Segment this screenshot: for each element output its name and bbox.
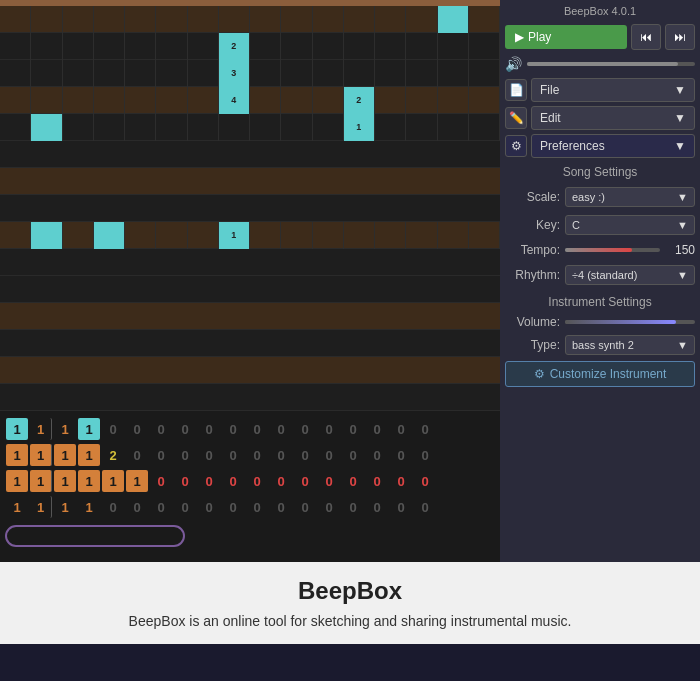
- cell[interactable]: [31, 87, 62, 114]
- cell[interactable]: [219, 6, 250, 33]
- cell[interactable]: [281, 33, 312, 60]
- seq-cell[interactable]: 1: [54, 470, 76, 492]
- track-row[interactable]: [0, 168, 500, 195]
- seq-cell[interactable]: 0: [126, 496, 148, 518]
- seq-cell[interactable]: 0: [342, 470, 364, 492]
- cell[interactable]: [469, 114, 500, 141]
- seq-cell[interactable]: 0: [246, 444, 268, 466]
- customize-instrument-button[interactable]: ⚙ Customize Instrument: [505, 361, 695, 387]
- cell[interactable]: [281, 6, 312, 33]
- cell[interactable]: [438, 87, 469, 114]
- cell-active[interactable]: 4: [219, 87, 250, 114]
- cell[interactable]: [94, 60, 125, 87]
- seq-cell[interactable]: 0: [294, 418, 316, 440]
- scale-select[interactable]: easy :) ▼: [565, 187, 695, 207]
- cell[interactable]: [156, 6, 187, 33]
- cell[interactable]: [125, 60, 156, 87]
- cell[interactable]: [0, 87, 31, 114]
- cell[interactable]: [375, 87, 406, 114]
- cell[interactable]: [188, 60, 219, 87]
- cell-active[interactable]: [31, 222, 62, 249]
- edit-dropdown[interactable]: Edit ▼: [531, 106, 695, 130]
- cell[interactable]: [125, 222, 156, 249]
- cell[interactable]: [188, 87, 219, 114]
- cell[interactable]: [375, 60, 406, 87]
- cell[interactable]: [125, 6, 156, 33]
- cell[interactable]: [0, 114, 31, 141]
- rewind-button[interactable]: ⏮: [631, 24, 661, 50]
- seq-cell[interactable]: 0: [174, 444, 196, 466]
- cell[interactable]: [250, 222, 281, 249]
- cell[interactable]: [250, 60, 281, 87]
- cell[interactable]: [31, 60, 62, 87]
- file-dropdown[interactable]: File ▼: [531, 78, 695, 102]
- cell[interactable]: [281, 87, 312, 114]
- seq-cell[interactable]: 0: [102, 496, 124, 518]
- seq-cell[interactable]: 1: [6, 444, 28, 466]
- seq-cell[interactable]: 0: [318, 470, 340, 492]
- seq-cell[interactable]: 0: [246, 418, 268, 440]
- cell[interactable]: [63, 6, 94, 33]
- cell[interactable]: [31, 33, 62, 60]
- cell[interactable]: [313, 114, 344, 141]
- seq-cell[interactable]: 0: [270, 418, 292, 440]
- cell[interactable]: [188, 33, 219, 60]
- cell[interactable]: [406, 33, 437, 60]
- cell[interactable]: [313, 60, 344, 87]
- cell-active[interactable]: 2: [344, 87, 375, 114]
- cell[interactable]: [250, 33, 281, 60]
- cell[interactable]: [469, 222, 500, 249]
- seq-cell[interactable]: 2: [102, 444, 124, 466]
- cell[interactable]: [94, 33, 125, 60]
- seq-cell[interactable]: 0: [174, 418, 196, 440]
- seq-cell[interactable]: 0: [174, 496, 196, 518]
- cell[interactable]: [156, 114, 187, 141]
- cell[interactable]: [344, 60, 375, 87]
- seq-cell[interactable]: 0: [150, 418, 172, 440]
- key-select[interactable]: C ▼: [565, 215, 695, 235]
- track-row[interactable]: 2: [0, 33, 500, 60]
- track-row[interactable]: 4 2: [0, 87, 500, 114]
- cell[interactable]: [250, 114, 281, 141]
- cell[interactable]: [281, 222, 312, 249]
- cell-active[interactable]: 3: [219, 60, 250, 87]
- track-row[interactable]: [0, 384, 500, 411]
- cell[interactable]: [94, 6, 125, 33]
- seq-cell[interactable]: 0: [390, 444, 412, 466]
- cell[interactable]: [438, 60, 469, 87]
- cell[interactable]: [375, 222, 406, 249]
- cell[interactable]: [406, 114, 437, 141]
- cell[interactable]: [250, 87, 281, 114]
- seq-cell[interactable]: 0: [126, 444, 148, 466]
- seq-cell[interactable]: 0: [222, 470, 244, 492]
- cell[interactable]: [219, 114, 250, 141]
- cell[interactable]: [469, 87, 500, 114]
- cell[interactable]: [94, 87, 125, 114]
- seq-cell[interactable]: 1: [6, 470, 28, 492]
- cell[interactable]: [63, 87, 94, 114]
- seq-cell[interactable]: 0: [366, 418, 388, 440]
- seq-cell[interactable]: 0: [150, 470, 172, 492]
- seq-cell[interactable]: 0: [222, 496, 244, 518]
- track-row[interactable]: [0, 195, 500, 222]
- cell-active[interactable]: [438, 6, 469, 33]
- cell[interactable]: [188, 222, 219, 249]
- instrument-volume-slider[interactable]: [565, 320, 695, 324]
- cell[interactable]: [375, 114, 406, 141]
- cell[interactable]: [125, 33, 156, 60]
- seq-cell[interactable]: 1: [102, 470, 124, 492]
- tempo-slider[interactable]: [565, 248, 660, 252]
- seq-cell[interactable]: 0: [270, 444, 292, 466]
- seq-cell[interactable]: 0: [222, 418, 244, 440]
- seq-cell[interactable]: 0: [222, 444, 244, 466]
- seq-cell[interactable]: 1: [30, 496, 52, 518]
- cell[interactable]: [188, 114, 219, 141]
- play-button[interactable]: ▶ Play: [505, 25, 627, 49]
- seq-cell[interactable]: 0: [246, 496, 268, 518]
- seq-cell[interactable]: 1: [54, 418, 76, 440]
- seq-cell[interactable]: 1: [78, 418, 100, 440]
- cell[interactable]: [344, 33, 375, 60]
- track-row[interactable]: [0, 249, 500, 276]
- seq-cell[interactable]: 0: [198, 496, 220, 518]
- cell[interactable]: [469, 33, 500, 60]
